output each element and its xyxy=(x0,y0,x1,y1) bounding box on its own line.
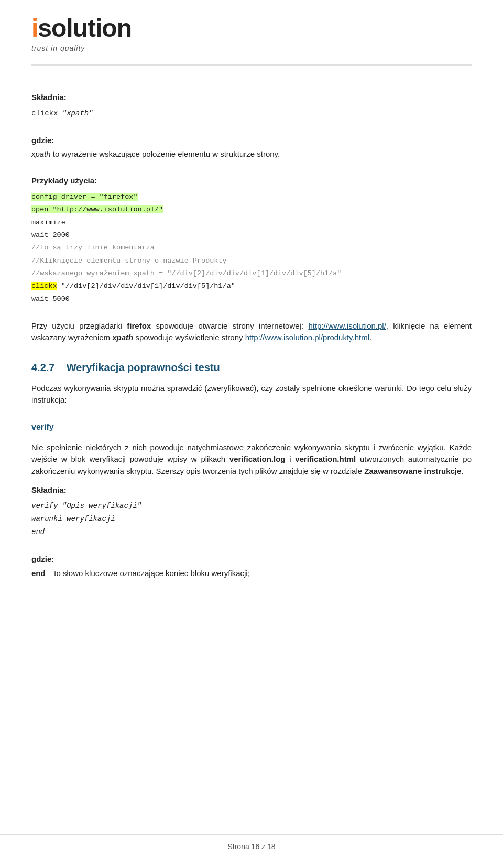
logo-i: i xyxy=(31,14,38,42)
link-produkty[interactable]: http://www.isolution.pl/produkty.html xyxy=(245,333,369,342)
code-line-4: wait 2000 xyxy=(31,231,70,239)
code-comment-3: //wskazanego wyrażeniem xpath = "//div[2… xyxy=(31,269,341,277)
section-number: 4.2.7 xyxy=(31,362,54,373)
syntax2-block: verify "Opis weryfikacji" warunki weryfi… xyxy=(31,500,472,539)
verify-syntax-line3: end xyxy=(31,528,45,536)
xpath-ref: xpath xyxy=(112,333,133,342)
end-keyword: end xyxy=(31,569,46,578)
code-line-1: config driver = "firefox" xyxy=(31,193,138,201)
where-section: gdzie: xpath to wyrażenie wskazujące poł… xyxy=(31,135,472,160)
syntax2-section: Składnia: verify "Opis weryfikacji" waru… xyxy=(31,484,472,539)
where2-heading: gdzie: xyxy=(31,554,472,566)
examples-code-block: config driver = "firefox" open "http://w… xyxy=(31,191,472,306)
syntax-clickx: clickx "xpath" xyxy=(31,107,472,120)
syntax-xpath-value: "xpath" xyxy=(62,109,93,117)
verify-syntax-line2: warunki weryfikacji xyxy=(31,515,115,523)
code-clickx-keyword: clickx xyxy=(31,282,57,290)
description-paragraph: Przy użyciu przeglądarki firefox spowodu… xyxy=(31,320,472,344)
verification-html: verification.html xyxy=(295,454,356,463)
page-footer: Strona 16 z 18 xyxy=(0,834,503,852)
verify-keyword: verify xyxy=(31,421,472,433)
code-line-wait: wait 5000 xyxy=(31,295,70,303)
tagline: trust in quality xyxy=(31,43,85,54)
logo-main: solution xyxy=(38,14,132,42)
code-comment-1: //To są trzy linie komentarza xyxy=(31,244,155,252)
footer-text: Strona 16 z 18 xyxy=(227,842,275,851)
code-line-3: maximize xyxy=(31,219,65,226)
advanced-chapter: Zaawansowane instrukcje xyxy=(364,466,461,475)
examples-section: Przykłady użycia: config driver = "firef… xyxy=(31,175,472,306)
logo: isolution xyxy=(31,16,132,41)
where-text: xpath to wyrażenie wskazujące położenie … xyxy=(31,148,472,160)
code-line-2: open "http://www.isolution.pl/" xyxy=(31,205,163,213)
where2-text: end – to słowo kluczowe oznaczające koni… xyxy=(31,568,472,580)
code-comment-2: //Kliknięcie elementu strony o nazwie Pr… xyxy=(31,257,227,265)
header: isolution trust in quality xyxy=(31,16,472,66)
page-container: isolution trust in quality Składnia: cli… xyxy=(0,0,503,868)
code-line-clickx: clickx "//div[2]/div/div/div[1]/div/div[… xyxy=(31,282,235,290)
section-para1: Podczas wykonywania skryptu można sprawd… xyxy=(31,383,472,406)
verification-log: verification.log xyxy=(229,454,286,463)
verify-syntax-line1: verify "Opis weryfikacji" xyxy=(31,502,141,510)
link-isolution[interactable]: http://www.isolution.pl/ xyxy=(308,321,386,330)
syntax-section: Składnia: clickx "xpath" xyxy=(31,92,472,120)
xpath-label: xpath xyxy=(31,149,51,158)
syntax-heading: Składnia: xyxy=(31,92,472,104)
section-title-text: Weryfikacja poprawności testu xyxy=(67,362,220,373)
firefox-label: firefox xyxy=(127,321,151,330)
where2-section: gdzie: end – to słowo kluczowe oznaczają… xyxy=(31,554,472,579)
where-heading: gdzie: xyxy=(31,135,472,147)
section-427: 4.2.7 Weryfikacja poprawności testu Podc… xyxy=(31,360,472,406)
section-title-427: 4.2.7 Weryfikacja poprawności testu xyxy=(31,360,472,375)
syntax2-heading: Składnia: xyxy=(31,484,472,496)
examples-heading: Przykłady użycia: xyxy=(31,175,472,187)
verify-paragraph: Nie spełnienie niektórych z nich powoduj… xyxy=(31,442,472,478)
